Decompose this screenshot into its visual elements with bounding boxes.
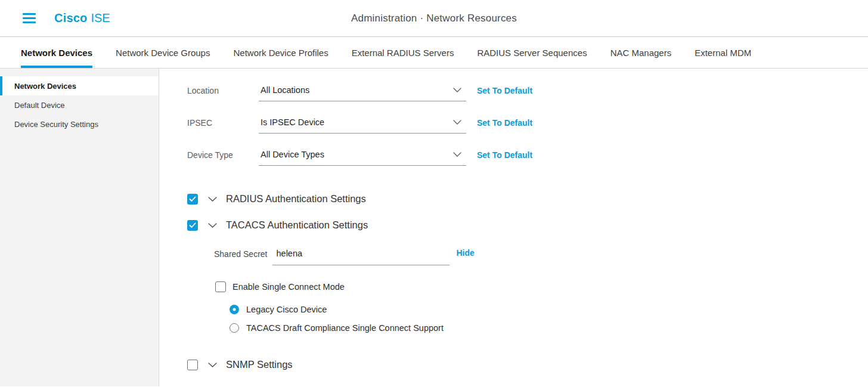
ipsec-set-default-link[interactable]: Set To Default bbox=[477, 116, 532, 128]
tab-external-radius-servers[interactable]: External RADIUS Servers bbox=[352, 37, 454, 68]
legacy-cisco-device-label: Legacy Cisco Device bbox=[246, 305, 327, 314]
device-type-label: Device Type bbox=[187, 148, 259, 160]
snmp-settings-row: SNMP Settings bbox=[187, 359, 856, 370]
cisco-ise-logo[interactable]: Cisco ISE bbox=[54, 11, 110, 25]
snmp-section-title: SNMP Settings bbox=[226, 359, 293, 370]
snmp-chevron-down-icon[interactable] bbox=[208, 363, 217, 367]
check-icon bbox=[189, 222, 196, 228]
single-connect-label: Enable Single Connect Mode bbox=[232, 282, 345, 292]
chevron-down-icon bbox=[453, 120, 461, 125]
device-type-set-default-link[interactable]: Set To Default bbox=[477, 148, 532, 160]
tacacs-draft-compliance-row: TACACS Draft Compliance Single Connect S… bbox=[230, 323, 856, 333]
shared-secret-label: Shared Secret bbox=[214, 248, 268, 259]
single-connect-row: Enable Single Connect Mode bbox=[215, 281, 856, 292]
tab-external-mdm[interactable]: External MDM bbox=[695, 37, 751, 68]
tab-radius-server-sequences[interactable]: RADIUS Server Sequences bbox=[477, 37, 587, 68]
ipsec-row: IPSEC Is IPSEC Device Set To Default bbox=[187, 116, 856, 134]
tacacs-chevron-down-icon[interactable] bbox=[208, 223, 217, 228]
single-connect-checkbox-unchecked[interactable] bbox=[215, 281, 226, 292]
sidebar: Network Devices Default Device Device Se… bbox=[0, 69, 159, 386]
location-set-default-link[interactable]: Set To Default bbox=[477, 84, 532, 95]
shared-secret-row: Shared Secret helena Hide bbox=[214, 248, 856, 265]
chevron-down-icon bbox=[453, 88, 461, 92]
ipsec-select[interactable]: Is IPSEC Device bbox=[259, 116, 466, 134]
radius-settings-row: RADIUS Authentication Settings bbox=[187, 193, 856, 205]
device-type-value: All Device Types bbox=[261, 150, 324, 159]
tab-network-device-groups[interactable]: Network Device Groups bbox=[116, 37, 210, 68]
shared-secret-value: helena bbox=[277, 249, 303, 258]
legacy-cisco-device-radio-selected[interactable] bbox=[230, 305, 239, 314]
sidebar-item-network-devices[interactable]: Network Devices bbox=[0, 76, 159, 95]
radius-chevron-down-icon[interactable] bbox=[208, 197, 217, 202]
device-type-row: Device Type All Device Types Set To Defa… bbox=[187, 148, 856, 166]
location-label: Location bbox=[187, 84, 259, 95]
brand-ise: ISE bbox=[91, 11, 110, 25]
ipsec-label: IPSEC bbox=[187, 116, 259, 128]
page-title: Administration · Network Resources bbox=[0, 13, 868, 24]
tacacs-draft-compliance-radio-unselected[interactable] bbox=[230, 323, 239, 333]
ipsec-value: Is IPSEC Device bbox=[261, 117, 324, 127]
shared-secret-input[interactable]: helena bbox=[272, 248, 450, 265]
sidebar-item-default-device[interactable]: Default Device bbox=[0, 95, 159, 114]
check-icon bbox=[189, 196, 196, 202]
tacacs-draft-compliance-label: TACACS Draft Compliance Single Connect S… bbox=[246, 323, 444, 333]
brand-cisco: Cisco bbox=[54, 11, 87, 25]
tacacs-checkbox-checked[interactable] bbox=[187, 220, 198, 231]
tacacs-section-title: TACACS Authentication Settings bbox=[226, 219, 368, 231]
sidebar-item-device-security-settings[interactable]: Device Security Settings bbox=[0, 114, 159, 134]
main-area: Network Devices Default Device Device Se… bbox=[0, 69, 868, 386]
tab-network-device-profiles[interactable]: Network Device Profiles bbox=[233, 37, 328, 68]
legacy-cisco-device-row: Legacy Cisco Device bbox=[230, 305, 856, 314]
tab-network-devices[interactable]: Network Devices bbox=[21, 37, 92, 68]
radius-checkbox-checked[interactable] bbox=[187, 194, 198, 205]
location-row: Location All Locations Set To Default bbox=[187, 84, 856, 101]
hide-secret-link[interactable]: Hide bbox=[457, 248, 475, 258]
hamburger-menu-icon[interactable] bbox=[23, 13, 36, 23]
location-value: All Locations bbox=[261, 85, 309, 95]
top-header: Cisco ISE Administration · Network Resou… bbox=[0, 0, 868, 37]
tab-nac-managers[interactable]: NAC Managers bbox=[610, 37, 672, 68]
settings-sections: RADIUS Authentication Settings TACACS Au… bbox=[187, 193, 856, 370]
tacacs-settings-row: TACACS Authentication Settings bbox=[187, 219, 856, 231]
tab-bar: Network Devices Network Device Groups Ne… bbox=[0, 37, 868, 69]
location-select[interactable]: All Locations bbox=[259, 84, 466, 101]
content-panel: Location All Locations Set To Default IP… bbox=[159, 69, 868, 386]
app-root: Cisco ISE Administration · Network Resou… bbox=[0, 0, 868, 386]
radius-section-title: RADIUS Authentication Settings bbox=[226, 193, 366, 205]
snmp-checkbox-unchecked[interactable] bbox=[187, 360, 198, 370]
device-type-select[interactable]: All Device Types bbox=[259, 148, 466, 166]
chevron-down-icon bbox=[453, 152, 461, 157]
